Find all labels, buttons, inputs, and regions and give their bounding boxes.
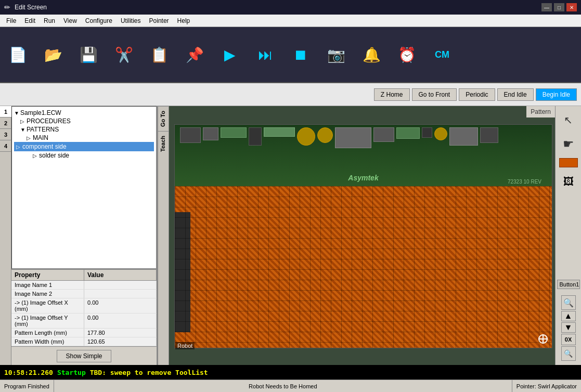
tree-item-procedures[interactable]: ▷ PROCEDURES xyxy=(14,117,154,125)
scroll-down-button[interactable]: ▼ xyxy=(561,322,576,333)
status-robot: Robot Needs to Be Homed xyxy=(54,380,512,392)
canvas-area: Pattern xyxy=(169,106,581,365)
app-icon: ✏ xyxy=(4,3,10,11)
titlebar: ✏ Edit Screen — □ ✕ xyxy=(0,0,581,15)
zoom-out-button[interactable]: 🔍 xyxy=(561,346,576,361)
prop-name-2: -> (1) Image Offset X (mm) xyxy=(11,298,84,313)
status-program: Program Finished xyxy=(0,380,54,392)
close-button[interactable]: ✕ xyxy=(566,3,577,11)
prop-value-2: 0.00 xyxy=(84,298,157,313)
sidebar-numbers: 1 2 3 4 xyxy=(0,106,11,365)
menu-help[interactable]: Help xyxy=(173,16,195,25)
prop-row-2[interactable]: -> (1) Image Offset X (mm) 0.00 xyxy=(11,298,157,313)
properties-panel: Property Value Image Name 1 Image Name 2… xyxy=(11,269,157,346)
sidebar-num-3[interactable]: 3 xyxy=(0,129,11,140)
prop-value-3: 0.00 xyxy=(84,313,157,328)
left-action-buttons: Go To Teach xyxy=(158,106,169,365)
prop-row-4[interactable]: Pattern Length (mm) 177.80 xyxy=(11,329,157,337)
prop-name-5: Pattern Width (mm) xyxy=(11,337,84,346)
prop-name-0: Image Name 1 xyxy=(11,281,84,289)
tree-label: MAIN xyxy=(33,134,48,141)
teach-button[interactable]: Teach xyxy=(158,131,169,156)
pcb-board[interactable]: Asymtek 72323 10 REV xyxy=(174,124,552,348)
orange-tool-box[interactable] xyxy=(559,158,578,167)
prop-row-3[interactable]: -> (1) Image Offset Y (mm) 0.00 xyxy=(11,313,157,329)
props-header: Property Value xyxy=(11,270,157,281)
right-sidebar: ↖ ☛ 🖼 Button1 🔍 ▲ ▼ 0X 🔍 xyxy=(555,106,581,365)
prop-name-3: -> (1) Image Offset Y (mm) xyxy=(11,313,84,328)
menu-run[interactable]: Run xyxy=(40,16,59,25)
menu-configure[interactable]: Configure xyxy=(81,16,117,25)
menu-file[interactable]: File xyxy=(2,16,20,25)
stop-button[interactable] xyxy=(287,41,314,68)
log-bar: 10:58:21.260 Startup TBD: sweep to remov… xyxy=(0,365,581,380)
prop-col-property: Property xyxy=(11,270,84,280)
sidebar-num-1[interactable]: 1 xyxy=(0,106,11,117)
zoom-magnify-button[interactable]: 🔍 xyxy=(561,295,576,310)
save-button[interactable] xyxy=(75,41,102,68)
scroll-up-button[interactable]: ▲ xyxy=(561,311,576,321)
sidebar-num-4[interactable]: 4 xyxy=(0,140,11,152)
tree-item-component-side[interactable]: ▷ component side xyxy=(14,142,154,151)
window-controls: — □ ✕ xyxy=(541,3,577,11)
camera-button[interactable] xyxy=(322,41,350,68)
maximize-button[interactable]: □ xyxy=(554,3,564,11)
menu-view[interactable]: View xyxy=(59,16,81,25)
log-message: TBD: sweep to remove ToolList xyxy=(90,369,208,376)
button1-button[interactable]: Button1 xyxy=(557,280,580,289)
image-tool-button[interactable]: 🖼 xyxy=(559,172,578,191)
menu-utilities[interactable]: Utilities xyxy=(117,16,145,25)
zhome-button[interactable]: Z Home xyxy=(374,88,410,101)
toolbar: CM xyxy=(0,27,581,83)
tree-item-solder-side[interactable]: ▷ solder side xyxy=(14,151,154,160)
hand-tool-button[interactable]: ☛ xyxy=(559,134,578,154)
skip-button[interactable] xyxy=(252,41,279,68)
prop-row-1[interactable]: Image Name 2 xyxy=(11,290,157,298)
file-tree: ▼ Sample1.ECW ▷ PROCEDURES ▼ PATTERNS ▷ … xyxy=(11,106,157,269)
paste-button[interactable] xyxy=(181,41,208,68)
pattern-label: Pattern xyxy=(526,106,555,117)
prop-name-4: Pattern Length (mm) xyxy=(11,329,84,337)
goto-button[interactable]: Go To xyxy=(158,106,169,131)
open-button[interactable] xyxy=(40,41,67,68)
prop-value-5: 120.65 xyxy=(84,337,157,346)
show-simple-button[interactable]: Show Simple xyxy=(57,350,111,362)
begin-idle-button[interactable]: Begin Idle xyxy=(536,88,577,101)
tree-label: PROCEDURES xyxy=(27,117,71,125)
minimize-button[interactable]: — xyxy=(541,3,552,11)
log-timestamp: 10:58:21.260 xyxy=(4,369,53,376)
menu-pointer[interactable]: Pointer xyxy=(145,16,173,25)
tree-label: PATTERNS xyxy=(27,126,59,133)
status-pointer: Pointer: Swirl Applicator xyxy=(512,380,581,392)
tree-item-main[interactable]: ▷ MAIN xyxy=(14,134,154,142)
status-bar: Program Finished Robot Needs to Be Homed… xyxy=(0,380,581,392)
hand-icon: ☛ xyxy=(563,137,574,151)
copy-button[interactable] xyxy=(146,41,173,68)
sidebar-num-2[interactable]: 2 xyxy=(0,117,11,129)
prop-row-0[interactable]: Image Name 1 xyxy=(11,281,157,290)
zoom-ox-button[interactable]: 0X xyxy=(561,334,576,345)
go-to-front-button[interactable]: Go to Front xyxy=(412,88,457,101)
controls-bar: Z Home Go to Front Periodic End Idle Beg… xyxy=(0,83,581,106)
cursor-tool-button[interactable]: ↖ xyxy=(559,110,578,130)
menu-edit[interactable]: Edit xyxy=(20,16,40,25)
app-title: Edit Screen xyxy=(15,4,47,11)
prop-name-1: Image Name 2 xyxy=(11,290,84,298)
robot-label: Robot xyxy=(175,342,195,349)
cursor-icon: ↖ xyxy=(564,114,573,126)
tree-item-patterns[interactable]: ▼ PATTERNS xyxy=(14,125,154,134)
bottom-left-bar: Show Simple xyxy=(11,346,157,365)
prop-value-0 xyxy=(84,281,157,289)
prop-row-5[interactable]: Pattern Width (mm) 120.65 xyxy=(11,337,157,346)
play-button[interactable] xyxy=(216,41,243,68)
cut-button[interactable] xyxy=(110,41,137,68)
alarm-button[interactable] xyxy=(393,41,420,68)
log-event: Startup xyxy=(57,369,86,376)
menubar: File Edit Run View Configure Utilities P… xyxy=(0,15,581,27)
end-idle-button[interactable]: End Idle xyxy=(497,88,534,101)
periodic-button[interactable]: Periodic xyxy=(459,88,495,101)
new-button[interactable] xyxy=(4,41,31,68)
tree-item-sample[interactable]: ▼ Sample1.ECW xyxy=(14,109,154,117)
prop-col-value: Value xyxy=(84,270,157,280)
bell-button[interactable] xyxy=(358,41,385,68)
